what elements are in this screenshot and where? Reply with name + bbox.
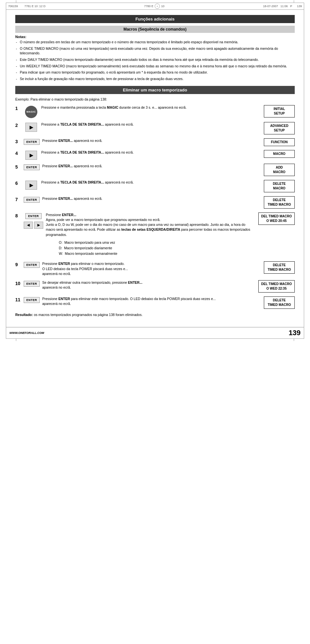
note-4: Um WEEKLY TIMED MACRO (macro temporizado… [15,64,295,69]
arrow-left-button-8: ◀ [24,222,33,229]
step-10-desc: Se desejar eliminar outra macro temporiz… [42,280,256,290]
note-5: Para indicar que um macro temporizado fo… [15,70,295,75]
header-center: 7780 E + 10 [144,4,165,9]
step-8-screen: DEL TIMED MACROO WED 20:45 [258,212,295,225]
arrow-right-button-8: ▶ [34,222,43,229]
screen-box-3: FUNCTION [264,138,295,146]
note-6: Se incluir a função de gravação não macr… [15,76,295,81]
footer-bar: WWW.ONEFORALL.COM 139 [6,327,304,338]
step-5: 5 ENTER Pressione ENTER... aparecerá no … [15,164,295,176]
step-4-icon: ▶ [24,150,39,160]
corner-mark-br-h [294,338,297,339]
macros-header: Macros (Sequência de comandos) [15,26,295,33]
section1-title: Funções adicionais [15,15,295,23]
screen-box-4: MACRO [264,150,295,158]
footer-url: WWW.ONEFORALL.COM [9,331,44,335]
step-1-desc: Pressione e mantenha pressionada a tecla… [41,105,256,110]
step-2-screen: ADVANCEDSETUP [259,122,295,134]
section2-title: Eliminar um macro temporizado [15,86,295,94]
step-6-number: 6 [15,180,21,186]
step-1-number: 1 [15,105,21,111]
notes-list: O número de pressões em teclas de um mac… [15,40,295,81]
enter-button-10: ENTER [24,281,40,287]
corner-mark-tl [16,0,16,3]
enter-button-7: ENTER [24,197,40,203]
step-8: 8 ENTER ◀ ▶ Pressione ENTER... Agora, po… [15,212,295,257]
step-10-number: 10 [15,280,21,286]
corner-mark-bl [16,338,16,341]
header-right: 18-07-2007 11:06 P 139 [263,5,302,8]
step-6-screen: DELETEMACRO [259,180,295,192]
double-arrows-8: ◀ ▶ [24,222,43,229]
note-2: O ONCE TIMED MACRO (macro só uma vez tem… [15,46,295,56]
step-6-icon: ▶ [24,180,39,190]
screen-box-6: DELETEMACRO [264,180,295,192]
screen-box-2: ADVANCEDSETUP [264,122,295,134]
macros-strong: Macros [123,27,137,32]
step-4: 4 ▶ Pressione a TECLA DE SETA DIREITA...… [15,150,295,160]
step-11-desc: Pressione ENTER para eliminar este macro… [42,296,256,306]
step-4-number: 4 [15,150,21,156]
step-1-screen: INITIALSETUP [259,105,295,117]
step-2-icon: ▶ [24,122,39,132]
step-5-number: 5 [15,164,21,170]
step-11: 11 ENTER Pressione ENTER para eliminar e… [15,296,295,309]
step-7-icon: ENTER [24,196,40,203]
header-col1: 706159 [8,5,18,8]
step-7-number: 7 [15,196,21,202]
screen-box-5: ADDMACRO [264,164,295,176]
step-11-icon: ENTER [24,296,40,303]
step-10-icon: ENTER [24,280,40,287]
screen-box-8: DEL TIMED MACROO WED 20:45 [258,212,295,225]
macros-paren: (Sequência de comandos) [138,27,187,32]
step-2: 2 ▶ Pressione a TECLA DE SETA DIREITA...… [15,122,295,134]
screen-box-1: INITIALSETUP [264,105,295,117]
step-11-screen: DELETETIMED MACRO [259,296,295,309]
screen-box-10: DEL TIMED MACROO WED 22:35 [258,280,295,293]
enter-button-8: ENTER [25,213,41,219]
header-circle: + [155,4,160,9]
header-date: 18-07-2007 [263,5,278,8]
note-3: Este DAILY TIMED MACRO (macro temporizad… [15,57,295,62]
corner-mark-tr-h [294,3,297,3]
enter-button-5: ENTER [24,164,40,170]
step-8-desc: Pressione ENTER... Agora, pode ver a mac… [46,212,256,257]
owd-list: O: Macro temporizado para uma vez D: Mac… [59,240,256,256]
page-content: Funções adicionais Macros (Sequência de … [6,10,304,326]
header-col2: 7781 E 10 :12 D [24,5,45,8]
step-7-desc: Pressione ENTER... aparecerá no ecrã. [42,196,256,201]
step-2-desc: Pressione a TECLA DE SETA DIREITA... apa… [41,122,256,127]
corner-mark-tl-h [13,3,16,3]
arrow-right-button-6: ▶ [25,181,37,190]
step-1-icon: MAGIC [24,105,39,118]
header-center-mid: 10 [161,5,164,8]
step-6-desc: Pressione a TECLA DE SETA DIREITA... apa… [41,180,256,185]
step-5-icon: ENTER [24,164,40,170]
step-3: 3 ENTER Pressione ENTER... aparecerá no … [15,138,295,146]
corner-mark-bl-h [13,338,16,339]
arrow-right-button-2: ▶ [25,123,37,132]
footer-page: 139 [289,329,301,337]
step-7-screen: DELETETIMED MACRO [259,196,295,209]
notes-title: Notas: [15,35,295,39]
step-8-number: 8 [15,212,21,218]
step-1: 1 MAGIC Pressione e mantenha pressionada… [15,105,295,118]
enter-button-11: ENTER [24,297,40,303]
step-4-desc: Pressione a TECLA DE SETA DIREITA... apa… [41,150,256,155]
step-9-screen: DELETETIMED MACRO [259,261,295,274]
screen-box-9: DELETETIMED MACRO [264,261,295,274]
step-3-number: 3 [15,138,21,144]
step-11-number: 11 [15,296,21,302]
corner-mark-br [294,338,294,341]
enter-button-3: ENTER [24,139,40,145]
arrow-right-button-4: ▶ [25,151,37,160]
page-border: 706159 7781 E 10 :12 D 7780 E + 10 18-07… [6,3,304,339]
step-9-number: 9 [15,261,21,267]
header-page: 139 [297,5,302,8]
header-p: P [290,5,292,8]
header-time: 11:06 [280,5,288,8]
header-center-left: 7780 E [144,5,154,8]
step-5-screen: ADDMACRO [259,164,295,176]
note-1: O número de pressões em teclas de um mac… [15,40,295,45]
step-3-screen: FUNCTION [259,138,295,146]
